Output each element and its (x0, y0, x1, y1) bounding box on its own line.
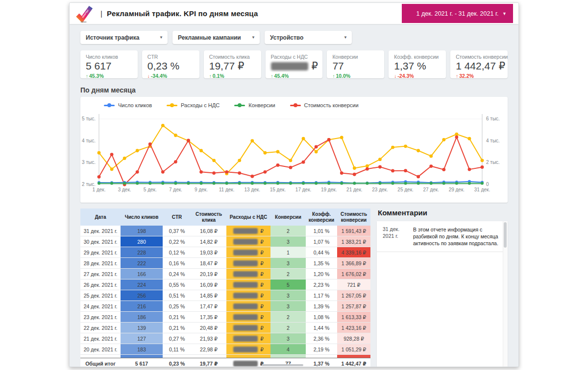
column-header-7[interactable]: Стоимость конверсии (337, 208, 370, 226)
kpi-delta-value: 10.0% (336, 73, 350, 78)
column-header-5[interactable]: Конверсии (270, 208, 306, 226)
kpi-delta: ↑45.3% (86, 73, 138, 78)
cell-ctr: 0,24 % (163, 269, 191, 279)
kpi-label: Коэфф. конверсии (394, 54, 446, 60)
section-title: По дням месяца (80, 86, 508, 94)
kpi-card-4: Конверсии77↑10.0% (327, 50, 384, 78)
cell-partial (270, 355, 306, 358)
svg-text:5 дек.: 5 дек. (144, 187, 157, 192)
arrow-up-icon: ↑ (332, 73, 335, 78)
cell-date: 24 дек. 2021 г. (80, 301, 121, 312)
comment-text: В этом отчете информация с разбивкой по … (413, 226, 500, 247)
cell-conversions: 3 (270, 333, 306, 344)
cell-clicks: 222 (121, 258, 163, 269)
kpi-card-1: CTR0,23 %↓-34.4% (142, 50, 199, 78)
filter-dropdown-0[interactable]: Источник трафика▼ (80, 31, 168, 44)
cell-conv-rate: 1,08 % (306, 312, 337, 323)
horizontal-scrollbar-thumb[interactable] (262, 364, 303, 366)
cell-partial (337, 355, 370, 358)
cell-date: 26 дек. 2021 г. (80, 279, 121, 290)
column-header-6[interactable]: Коэфф. конверсии (306, 208, 337, 226)
svg-text:5 тыс.: 5 тыс. (82, 116, 96, 121)
cell-partial (226, 355, 270, 358)
cell-partial (306, 355, 337, 358)
vertical-scrollbar-thumb[interactable] (504, 222, 507, 248)
cell-spend-redacted: ₽ (226, 301, 270, 312)
comment-entry: 31 дек. 2021 г.В этом отчете информация … (377, 221, 508, 252)
kpi-card-5: Коэфф. конверсии1,37 %↓-24.3% (389, 50, 446, 78)
legend-label: Стоимость конверсии (304, 102, 359, 108)
timeseries-chart-card: Число кликовРасходы с НДСКонверсииСтоимо… (80, 97, 508, 203)
cell-partial (80, 355, 121, 358)
filter-dropdown-1[interactable]: Рекламные кампании▼ (172, 31, 260, 44)
currency-symbol: ₽ (312, 60, 318, 72)
cell-conv-rate: 1,20 % (306, 269, 337, 279)
cell-ctr: 0,25 % (163, 301, 191, 312)
cell-partial (163, 355, 191, 358)
legend-item-1[interactable]: Расходы с НДС (167, 102, 220, 108)
cell-cost-per-conv: 1 591,43 ₽ (337, 226, 370, 236)
arrow-up-icon: ↑ (209, 73, 212, 78)
legend-marker (234, 105, 245, 106)
cell-cpc: 17,47 ₽ (191, 301, 226, 312)
svg-text:27 дек.: 27 дек. (423, 187, 439, 192)
cell-clicks: 256 (121, 290, 163, 301)
kpi-value: 77 (332, 60, 384, 72)
cell-date: 20 дек. 2021 г. (80, 344, 121, 355)
cell-cost-per-conv: 1 383,21 ₽ (337, 236, 370, 247)
cell-date: 29 дек. 2021 г. (80, 247, 121, 258)
legend-label: Число кликов (118, 102, 152, 108)
kpi-card-0: Число кликов5 617↑45.3% (80, 50, 138, 78)
cell-clicks: 139 (121, 323, 163, 333)
cell-cost-per-conv: 1 613,33 ₽ (337, 312, 370, 323)
cell-spend-redacted: ₽ (226, 290, 270, 301)
svg-text:2 тыс.: 2 тыс. (486, 160, 500, 165)
cell-clicks: 127 (121, 333, 163, 344)
column-header-3[interactable]: Стоимость клика (191, 208, 226, 226)
kpi-delta-value: 32.2% (459, 73, 474, 78)
cell-conversions: 2 (270, 269, 306, 279)
cell-ctr: 0,11 % (163, 344, 191, 355)
cell-ctr: 0,21 % (163, 323, 191, 333)
legend-item-0[interactable]: Число кликов (104, 102, 152, 108)
column-header-0[interactable]: Дата (80, 208, 121, 226)
arrow-down-icon: ↓ (394, 73, 396, 78)
column-header-4[interactable]: Расходы с НДС (226, 208, 270, 226)
chevron-down-icon: ▼ (251, 35, 255, 40)
filter-dropdown-2[interactable]: Устройство▼ (265, 31, 352, 44)
column-header-1[interactable]: Число кликов (121, 208, 163, 226)
cell-ctr: 0,51 % (163, 290, 191, 301)
cell-partial (121, 355, 163, 358)
cell-cost-per-conv: 721 ₽ (337, 279, 370, 290)
kpi-label: Число кликов (86, 54, 138, 60)
cell-date: 22 дек. 2021 г. (80, 323, 121, 333)
cell-spend-redacted: ₽ (226, 258, 270, 269)
kpi-scorecards: Число кликов5 617↑45.3%CTR0,23 %↓-34.4%С… (80, 50, 508, 78)
cell-clicks: 228 (121, 247, 163, 258)
arrow-up-icon: ↑ (271, 73, 273, 78)
cell-clicks: 186 (121, 312, 163, 323)
kpi-card-6: Стоимость конверсии1 442,47 ₽↑32.2% (450, 50, 508, 78)
svg-text:13 дек.: 13 дек. (245, 187, 260, 192)
redacted-value (233, 260, 258, 266)
table-row: 25 дек. 2021 г.2560,51 %14,85 ₽₽31,17 %1… (80, 290, 370, 301)
svg-text:23 дек.: 23 дек. (372, 187, 388, 192)
cell-cpc: 16,09 ₽ (191, 279, 226, 290)
cell-spend-redacted: ₽ (226, 269, 270, 279)
cell-cpc: 14,82 ₽ (191, 236, 226, 247)
table-row: 23 дек. 2021 г.1860,21 %17,35 ₽₽21,08 %1… (80, 312, 370, 323)
date-range-picker[interactable]: 1 дек. 2021 г. - 31 дек. 2021 г. ▼ (402, 4, 513, 23)
table-header-row: ДатаЧисло кликовCTRСтоимость кликаРасход… (80, 208, 370, 226)
column-header-2[interactable]: CTR (163, 208, 191, 226)
cell-ctr: 0,21 % (163, 312, 191, 323)
cell-conv-rate: 1,35 % (306, 258, 337, 269)
kpi-delta: ↑0.1% (209, 73, 261, 78)
cell-date: 28 дек. 2021 г. (80, 258, 121, 269)
svg-text:7 дек.: 7 дек. (169, 187, 182, 192)
legend-item-2[interactable]: Конверсии (234, 102, 275, 108)
chart-legend: Число кликовРасходы с НДСКонверсииСтоимо… (104, 102, 359, 108)
cell-conversions: 4 (270, 344, 306, 355)
svg-text:21 дек.: 21 дек. (346, 187, 362, 192)
legend-item-3[interactable]: Стоимость конверсии (290, 102, 359, 108)
cell-cost-per-conv: 1 423,16 ₽ (337, 323, 370, 333)
